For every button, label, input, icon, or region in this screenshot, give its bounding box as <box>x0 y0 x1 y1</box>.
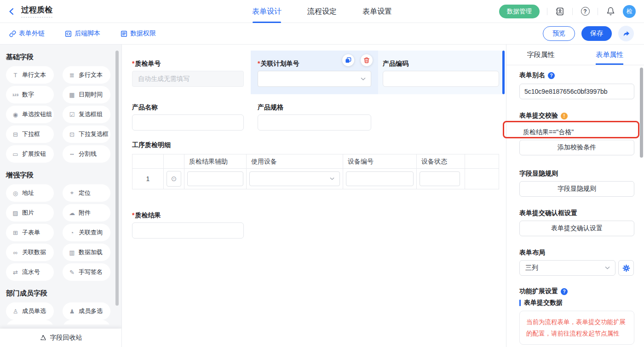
field-visibility-button[interactable]: 字段显隐规则 <box>519 181 634 197</box>
circle-dot-icon[interactable]: ⊙ <box>167 171 181 187</box>
app-window: 过程质检 表单设计 流程设定 表单设置 数据管理 ? <box>0 0 644 347</box>
sidebar-item-address[interactable]: ◎地址 <box>6 184 54 202</box>
avatar[interactable]: 检 <box>623 5 636 18</box>
sidebar-item-image[interactable]: ▨图片 <box>6 204 54 222</box>
share-button[interactable] <box>618 26 634 41</box>
lookup-icon: ◔ <box>69 229 75 236</box>
sidebar-item-lookup-query[interactable]: ◔关联查询 <box>63 224 110 241</box>
chevron-down-icon <box>330 177 334 181</box>
form-external-link[interactable]: 表单外链 <box>9 29 45 38</box>
layout-select[interactable]: 三列 <box>519 260 615 276</box>
field-label: 产品规格 <box>258 103 283 111</box>
field-subform-process-qc[interactable]: 工序质检明细 质检结果辅助 使用设备 设备编号 设备状态 1 ⊙ <box>125 138 499 189</box>
tab-field-properties[interactable]: 字段属性 <box>506 45 575 65</box>
add-validation-button[interactable]: 添加校验条件 <box>519 140 634 155</box>
sidebar-item-locate[interactable]: ⌖定位 <box>63 184 110 202</box>
sidebar-item-radio-group[interactable]: ◉单选按钮组 <box>6 106 54 123</box>
form-alias-input[interactable] <box>519 84 634 99</box>
submit-validation-label: 表单提交校验 ! <box>519 111 634 120</box>
help-icon[interactable]: ? <box>561 288 568 295</box>
panel-scrollbar[interactable] <box>640 68 643 158</box>
sidebar-item-partial[interactable] <box>6 320 54 324</box>
sidebar-item-single-text[interactable]: T单行文本 <box>6 66 54 84</box>
sidebar-item-serial-number[interactable]: ⇄流水号 <box>6 263 54 281</box>
back-icon[interactable] <box>6 6 17 17</box>
link-data-icon: ∞ <box>12 249 19 256</box>
table-header <box>132 154 164 169</box>
field-product-spec[interactable]: 产品规格 <box>251 94 378 138</box>
image-icon: ▨ <box>12 210 19 216</box>
cell-blank <box>465 169 499 189</box>
sidebar-item-member-multi[interactable]: ♟成员多选 <box>63 302 110 320</box>
data-permission-link[interactable]: 数据权限 <box>121 29 156 38</box>
backend-script-link[interactable]: 后端脚本 <box>65 29 100 38</box>
notification-bell-icon[interactable] <box>605 6 615 17</box>
plan-number-select[interactable] <box>258 71 371 87</box>
tab-form-setting[interactable]: 表单设置 <box>362 0 392 23</box>
share-arrow-icon <box>622 30 630 38</box>
sidebar-item-multi-select[interactable]: ⊡下拉复选框 <box>63 125 110 143</box>
sidebar-item-attachment[interactable]: ☁附件 <box>63 204 110 222</box>
device-code-input[interactable] <box>346 171 414 186</box>
validation-rule-item[interactable]: 质检结果=="合格" <box>519 125 634 140</box>
panel-tabs: 字段属性 表单属性 <box>506 45 644 65</box>
delete-field-button[interactable] <box>361 54 373 66</box>
data-manage-button[interactable]: 数据管理 <box>499 5 540 18</box>
sidebar-item-datetime[interactable]: ▦日期时间 <box>63 86 110 103</box>
tab-flow-setting[interactable]: 流程设定 <box>307 0 337 23</box>
field-product-code[interactable]: 产品编码 <box>378 51 502 94</box>
table-header: 质检结果辅助 <box>184 154 247 169</box>
divider-line-icon: ┅ <box>69 151 75 158</box>
table-header: 使用设备 <box>247 154 343 169</box>
tab-form-design[interactable]: 表单设计 <box>252 0 282 23</box>
address-pin-icon: ◎ <box>12 190 19 197</box>
qc-result-input[interactable] <box>132 222 244 239</box>
accent-bar <box>519 300 521 306</box>
single-text-icon: T <box>12 72 19 79</box>
sidebar-item-partial[interactable] <box>63 320 110 324</box>
product-name-input[interactable] <box>132 114 244 131</box>
field-label: 产品名称 <box>132 103 158 111</box>
qc-result-assist-input[interactable] <box>187 171 243 186</box>
submit-confirm-button[interactable]: 表单提交确认设置 <box>519 221 634 236</box>
sidebar-item-linked-data[interactable]: ∞关联数据 <box>6 244 54 261</box>
sidebar-item-number[interactable]: 123数字 <box>6 86 54 103</box>
enhanced-fields-grid: ◎地址 ⌖定位 ▨图片 ☁附件 ⊞子表单 ◔关联查询 ∞关联数据 ▥数据加载 ⇄… <box>0 184 121 281</box>
form-toolbar: 表单外链 后端脚本 数据权限 <box>0 23 644 45</box>
sidebar-scrollbar[interactable] <box>115 51 119 306</box>
page-title[interactable]: 过程质检 <box>21 6 52 17</box>
product-code-input[interactable] <box>383 71 499 87</box>
device-status-input[interactable] <box>420 171 460 186</box>
copy-field-button[interactable] <box>342 54 354 66</box>
product-spec-input[interactable] <box>258 114 371 131</box>
sidebar-item-signature[interactable]: ✎手写签名 <box>63 263 110 281</box>
sidebar-item-multi-text[interactable]: ≣多行文本 <box>63 66 110 84</box>
device-used-select[interactable] <box>249 171 340 186</box>
sidebar-item-select[interactable]: ⊟下拉框 <box>6 125 54 143</box>
sidebar-item-checkbox-group[interactable]: ☑复选框组 <box>63 106 110 123</box>
save-button[interactable]: 保存 <box>581 26 612 41</box>
field-qc-number[interactable]: *质检单号 自动生成无需填写 <box>125 51 251 94</box>
required-mark: * <box>132 211 134 219</box>
sidebar-item-subform[interactable]: ⊞子表单 <box>6 224 54 241</box>
checkbox-icon: ☑ <box>69 111 75 118</box>
help-icon[interactable]: ? <box>580 6 590 17</box>
sidebar-item-member-single[interactable]: ♙成员单选 <box>6 302 54 320</box>
field-recycle-bin[interactable]: 字段回收站 <box>0 329 121 347</box>
sidebar-item-divider-line[interactable]: ┅分割线 <box>63 145 110 163</box>
preview-button[interactable]: 预览 <box>543 26 575 41</box>
field-plan-number-selected[interactable]: *关联计划单号 <box>251 51 378 94</box>
multi-text-icon: ≣ <box>69 72 75 79</box>
contact-book-icon[interactable] <box>555 6 565 17</box>
sidebar-item-extend-button[interactable]: ▭扩展按钮 <box>6 145 54 163</box>
layout-settings-button[interactable] <box>618 260 634 276</box>
serial-icon: ⇄ <box>12 269 19 276</box>
field-qc-result[interactable]: *质检结果 <box>125 207 251 250</box>
sidebar-item-data-load[interactable]: ▥数据加载 <box>63 244 110 261</box>
extend-button-icon: ▭ <box>12 151 19 158</box>
help-icon[interactable]: ? <box>548 72 555 79</box>
tab-form-properties[interactable]: 表单属性 <box>575 45 644 65</box>
canvas-scrollbar[interactable] <box>502 51 505 94</box>
qc-number-input[interactable]: 自动生成无需填写 <box>132 71 244 87</box>
field-product-name[interactable]: 产品名称 <box>125 94 251 138</box>
